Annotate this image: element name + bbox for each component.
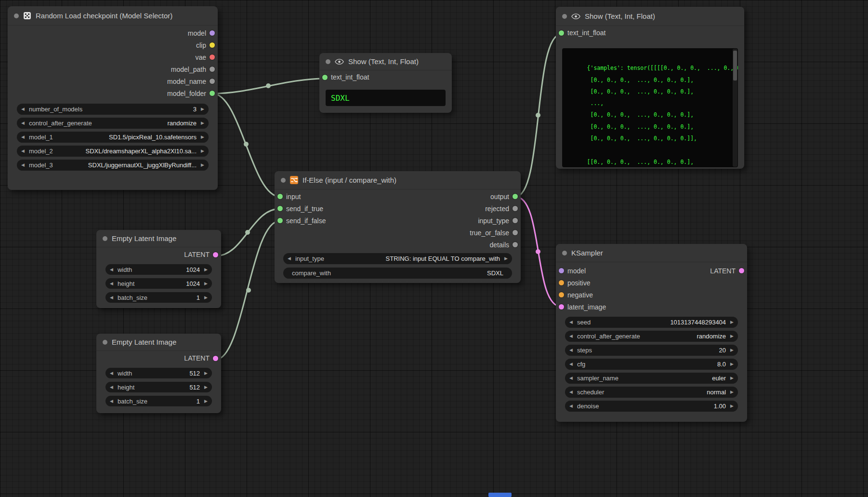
slot-dot-send-if-false[interactable] <box>277 218 283 223</box>
collapse-dot[interactable] <box>103 236 107 241</box>
widget-cfg[interactable]: cfg 8.0 <box>565 359 738 370</box>
increment-arrow-icon[interactable] <box>730 376 734 380</box>
tensor-output-console[interactable]: {'samples': tensor([[[[0., 0., 0., ..., … <box>562 48 738 167</box>
increment-arrow-icon[interactable] <box>204 371 208 376</box>
slot-dot-true-or-false[interactable] <box>513 230 518 235</box>
node-empty-latent-1024[interactable]: Empty Latent Image LATENT width 1024 hei… <box>96 230 221 308</box>
increment-arrow-icon[interactable] <box>730 362 734 366</box>
increment-arrow-icon[interactable] <box>204 268 208 272</box>
increment-arrow-icon[interactable] <box>504 256 508 261</box>
decrement-arrow-icon[interactable] <box>569 362 573 366</box>
slot-dot-vae[interactable] <box>210 54 215 60</box>
slot-dot-output[interactable] <box>513 194 518 199</box>
wire-midpoint-dot[interactable] <box>266 83 271 88</box>
slot-dot-clip[interactable] <box>210 42 215 48</box>
node-if-else[interactable]: If-Else (input / compare_with) input sen… <box>275 171 521 283</box>
slot-dot-model[interactable] <box>559 268 564 273</box>
widget-scheduler[interactable]: scheduler normal <box>565 387 738 398</box>
decrement-arrow-icon[interactable] <box>110 399 113 403</box>
slot-dot-send-if-true[interactable] <box>277 206 283 211</box>
node-header[interactable]: Empty Latent Image <box>96 334 221 351</box>
increment-arrow-icon[interactable] <box>201 149 204 153</box>
slot-dot-text-int-float[interactable] <box>322 75 328 80</box>
scrollbar-thumb[interactable] <box>733 51 737 81</box>
decrement-arrow-icon[interactable] <box>569 404 573 408</box>
increment-arrow-icon[interactable] <box>730 348 734 352</box>
increment-arrow-icon[interactable] <box>201 135 204 139</box>
widget-height[interactable]: height 1024 <box>105 278 212 289</box>
widget-model-3[interactable]: model_3 SDXL/juggernautXL_juggXlByRundif… <box>17 160 209 171</box>
decrement-arrow-icon[interactable] <box>569 334 573 338</box>
slot-dot-model-path[interactable] <box>210 67 215 72</box>
node-header[interactable]: Empty Latent Image <box>96 230 221 247</box>
node-show-large[interactable]: Show (Text, Int, Float) text_int_float {… <box>556 7 744 169</box>
decrement-arrow-icon[interactable] <box>110 371 113 376</box>
increment-arrow-icon[interactable] <box>201 107 204 111</box>
collapse-dot[interactable] <box>562 14 567 19</box>
increment-arrow-icon[interactable] <box>730 390 734 394</box>
decrement-arrow-icon[interactable] <box>110 296 113 300</box>
widget-number-of-models[interactable]: number_of_models 3 <box>17 104 209 115</box>
node-graph-canvas[interactable]: Random Load checkpoint (Model Selector) … <box>0 0 868 497</box>
collapse-dot[interactable] <box>562 251 567 255</box>
increment-arrow-icon[interactable] <box>204 399 208 403</box>
node-header[interactable]: KSampler <box>556 244 747 262</box>
decrement-arrow-icon[interactable] <box>110 268 113 272</box>
widget-denoise[interactable]: denoise 1.00 <box>565 401 738 412</box>
decrement-arrow-icon[interactable] <box>21 149 25 153</box>
console-scrollbar[interactable] <box>733 49 737 167</box>
slot-dot-latent[interactable] <box>739 268 744 273</box>
node-ksampler[interactable]: KSampler model positive negative lat <box>556 244 747 422</box>
show-text-display[interactable]: SDXL <box>326 90 446 106</box>
widget-height[interactable]: height 512 <box>105 382 212 392</box>
node-random-load-checkpoint[interactable]: Random Load checkpoint (Model Selector) … <box>8 6 218 190</box>
node-header[interactable]: Show (Text, Int, Float) <box>556 7 744 26</box>
widget-control-after-generate[interactable]: control_after_generate randomize <box>565 331 738 342</box>
widget-input-type[interactable]: input_type STRING: input EQUAL TO compar… <box>283 253 512 264</box>
slot-dot-latent[interactable] <box>213 356 218 361</box>
decrement-arrow-icon[interactable] <box>569 348 573 352</box>
wire-midpoint-dot[interactable] <box>536 249 540 254</box>
collapse-dot[interactable] <box>281 178 286 183</box>
decrement-arrow-icon[interactable] <box>21 135 25 139</box>
node-header[interactable]: Show (Text, Int, Float) <box>319 53 452 70</box>
wire-midpoint-dot[interactable] <box>245 230 250 235</box>
collapse-dot[interactable] <box>14 13 19 18</box>
slot-dot-input[interactable] <box>277 194 283 199</box>
slot-dot-rejected[interactable] <box>513 206 518 211</box>
slot-dot-details[interactable] <box>513 242 518 247</box>
slot-dot-model[interactable] <box>210 30 215 36</box>
slot-dot-latent[interactable] <box>213 252 218 257</box>
widget-batch-size[interactable]: batch_size 1 <box>105 396 212 406</box>
wire-midpoint-dot[interactable] <box>536 113 540 118</box>
increment-arrow-icon[interactable] <box>730 334 734 338</box>
widget-seed[interactable]: seed 1013137448293404 <box>565 317 738 328</box>
node-header[interactable]: Random Load checkpoint (Model Selector) <box>8 6 218 26</box>
widget-width[interactable]: width 1024 <box>105 264 212 275</box>
widget-width[interactable]: width 512 <box>105 368 212 378</box>
increment-arrow-icon[interactable] <box>204 385 208 390</box>
collapse-dot[interactable] <box>103 340 107 345</box>
decrement-arrow-icon[interactable] <box>21 107 25 111</box>
widget-steps[interactable]: steps 20 <box>565 345 738 356</box>
collapse-dot[interactable] <box>326 59 330 64</box>
widget-sampler-name[interactable]: sampler_name euler <box>565 373 738 384</box>
increment-arrow-icon[interactable] <box>730 404 734 408</box>
slot-dot-positive[interactable] <box>559 280 564 285</box>
decrement-arrow-icon[interactable] <box>110 282 113 286</box>
increment-arrow-icon[interactable] <box>204 282 208 286</box>
increment-arrow-icon[interactable] <box>201 121 204 125</box>
node-header[interactable]: If-Else (input / compare_with) <box>275 171 521 189</box>
decrement-arrow-icon[interactable] <box>21 163 25 167</box>
slot-dot-model-folder[interactable] <box>210 91 215 96</box>
widget-model-2[interactable]: model_2 SDXL/dreamshaperXL_alpha2Xl10.sa… <box>17 146 209 157</box>
slot-dot-latent-image[interactable] <box>559 304 564 309</box>
slot-dot-input-type[interactable] <box>513 218 518 223</box>
decrement-arrow-icon[interactable] <box>110 385 113 390</box>
increment-arrow-icon[interactable] <box>201 163 204 167</box>
wire-midpoint-dot[interactable] <box>244 142 249 147</box>
node-empty-latent-512[interactable]: Empty Latent Image LATENT width 512 heig… <box>96 334 221 413</box>
slot-dot-negative[interactable] <box>559 292 564 297</box>
decrement-arrow-icon[interactable] <box>569 390 573 394</box>
slot-dot-model-name[interactable] <box>210 79 215 84</box>
